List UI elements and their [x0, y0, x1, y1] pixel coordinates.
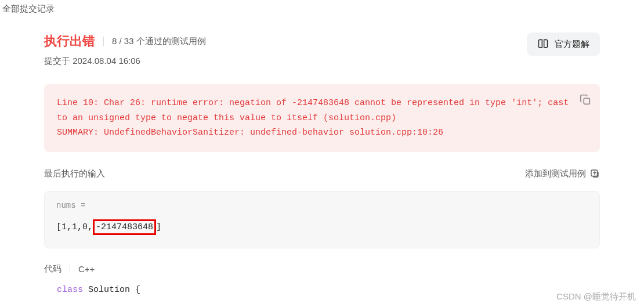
last-input-title: 最后执行的输入	[44, 168, 105, 179]
test-count: 8 / 33 个通过的测试用例	[112, 36, 206, 47]
copy-icon[interactable]	[579, 93, 592, 106]
status-title: 执行出错	[44, 32, 95, 50]
status-line: 执行出错 8 / 33 个通过的测试用例	[44, 32, 206, 50]
tab-label: 全部提交记录	[2, 3, 55, 13]
divider	[103, 37, 104, 46]
input-value-suffix: ]	[156, 222, 161, 232]
input-value-highlight: -2147483648	[93, 219, 156, 235]
add-testcase-label: 添加到测试用例	[525, 168, 586, 179]
code-header: 代码 C++	[44, 263, 600, 275]
divider	[70, 264, 70, 273]
error-panel: Line 10: Char 26: runtime error: negatio…	[44, 84, 600, 152]
send-icon	[589, 168, 600, 179]
input-var-label: nums =	[56, 201, 588, 210]
input-value-prefix: [1,1,0,	[56, 222, 93, 232]
last-input-box: nums = [1,1,0,-2147483648]	[44, 191, 600, 248]
svg-rect-1	[591, 170, 598, 176]
solution-btn-label: 官方题解	[555, 39, 589, 50]
code-block: class Solution {	[44, 285, 600, 295]
code-classname: Solution	[83, 285, 135, 295]
submitted-prefix: 提交于	[44, 56, 70, 66]
add-testcase-button[interactable]: 添加到测试用例	[525, 168, 600, 179]
error-text: Line 10: Char 26: runtime error: negatio…	[57, 96, 572, 140]
code-lang: C++	[78, 264, 95, 274]
submitted-time: 2024.08.04 16:06	[73, 56, 140, 66]
book-open-icon	[537, 38, 549, 50]
official-solution-button[interactable]: 官方题解	[527, 32, 600, 56]
content-area: 执行出错 8 / 33 个通过的测试用例 提交于 2024.08.04 16:0…	[0, 19, 644, 295]
code-keyword: class	[57, 285, 83, 295]
submission-header: 执行出错 8 / 33 个通过的测试用例 提交于 2024.08.04 16:0…	[44, 32, 600, 67]
svg-rect-0	[584, 98, 589, 104]
code-label: 代码	[44, 263, 61, 275]
tab-all-submissions[interactable]: 全部提交记录	[0, 0, 644, 19]
status-block: 执行出错 8 / 33 个通过的测试用例 提交于 2024.08.04 16:0…	[44, 32, 206, 67]
input-value: [1,1,0,-2147483648]	[56, 219, 588, 235]
submitted-at: 提交于 2024.08.04 16:06	[44, 56, 206, 67]
last-input-header: 最后执行的输入 添加到测试用例	[44, 168, 600, 179]
code-brace: {	[135, 285, 140, 295]
